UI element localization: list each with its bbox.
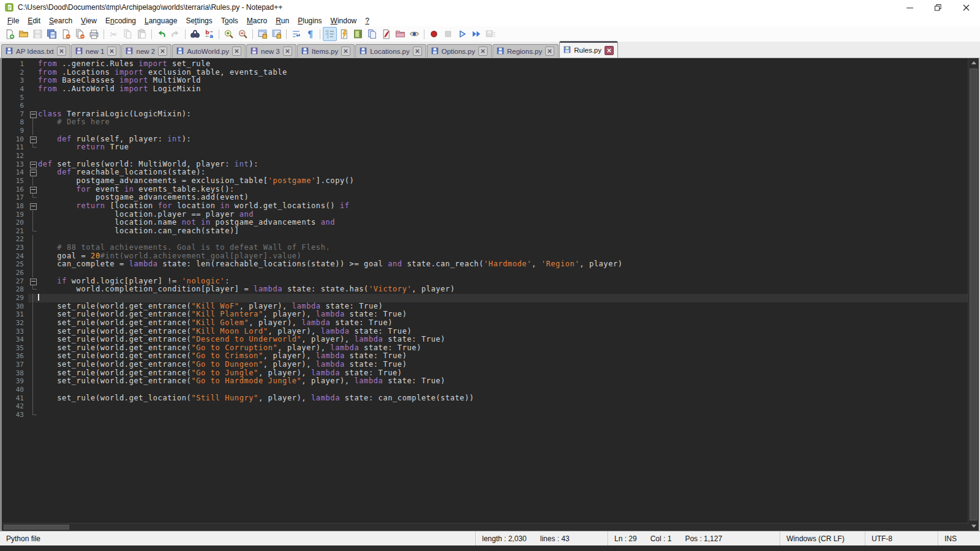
menu-item-settings[interactable]: Settings bbox=[181, 16, 216, 26]
code-line-30[interactable]: 30 set_rule(world.get_entrance("Kill WoF… bbox=[2, 302, 968, 311]
tab-new-1[interactable]: new 1 bbox=[71, 44, 121, 58]
minimize-button[interactable] bbox=[895, 0, 924, 15]
code-line-27[interactable]: 27 if world.logic[player] != 'nologic': bbox=[2, 277, 968, 286]
tab-close-icon[interactable] bbox=[57, 47, 66, 56]
code-line-16[interactable]: 16 for event in events_table.keys(): bbox=[2, 186, 968, 194]
scroll-down-icon[interactable] bbox=[968, 522, 979, 531]
code-line-34[interactable]: 34 set_rule(world.get_entrance("Descend … bbox=[2, 335, 968, 344]
code-line-33[interactable]: 33 set_rule(world.get_entrance("Kill Moo… bbox=[2, 328, 968, 336]
save-all-icon[interactable] bbox=[45, 27, 59, 41]
menu-item-edit[interactable]: Edit bbox=[23, 16, 45, 26]
macro-run-multiple-icon[interactable] bbox=[469, 27, 483, 41]
code-line-26[interactable]: 26 bbox=[2, 269, 968, 277]
fold-marker[interactable] bbox=[30, 279, 37, 285]
cut-icon[interactable]: ✂ bbox=[107, 27, 121, 41]
document-list-icon[interactable] bbox=[365, 27, 379, 41]
tab-close-icon[interactable] bbox=[107, 47, 116, 56]
tab-new-2[interactable]: new 2 bbox=[121, 44, 172, 58]
code-line-31[interactable]: 31 set_rule(world.get_entrance("Kill Pla… bbox=[2, 310, 968, 319]
code-line-18[interactable]: 18 return [location for location in worl… bbox=[2, 202, 968, 211]
tab-autoworld-py[interactable]: AutoWorld.py bbox=[172, 44, 246, 58]
macro-record-icon[interactable] bbox=[427, 27, 441, 41]
menu-item-plugins[interactable]: Plugins bbox=[293, 16, 326, 26]
zoom-in-icon[interactable] bbox=[222, 27, 236, 41]
tab-options-py[interactable]: Options.py bbox=[427, 44, 492, 58]
menu-item-search[interactable]: Search bbox=[45, 16, 77, 26]
fold-marker[interactable] bbox=[30, 187, 37, 193]
new-file-icon[interactable] bbox=[2, 27, 17, 41]
code-line-1[interactable]: 1from ..generic.Rules import set_rule bbox=[2, 60, 968, 69]
tab-close-icon[interactable] bbox=[158, 47, 167, 56]
code-line-19[interactable]: 19 location.player == player and bbox=[2, 211, 968, 219]
tab-close-icon[interactable] bbox=[232, 47, 241, 56]
close-button[interactable] bbox=[952, 0, 980, 15]
show-all-characters-icon[interactable]: ¶ bbox=[303, 27, 317, 41]
fold-marker[interactable] bbox=[30, 203, 37, 210]
close-doc-icon[interactable] bbox=[59, 27, 73, 41]
code-line-39[interactable]: 39 set_rule(world.get_entrance("Go to Ha… bbox=[2, 377, 968, 386]
function-list-icon[interactable] bbox=[379, 27, 393, 41]
code-line-20[interactable]: 20 location.name not in postgame_advance… bbox=[2, 219, 968, 227]
tab-close-icon[interactable] bbox=[605, 46, 614, 55]
tab-locations-py[interactable]: Locations.py bbox=[355, 44, 426, 58]
macro-save-icon[interactable] bbox=[483, 27, 497, 41]
menu-item-help[interactable]: ? bbox=[361, 16, 374, 26]
word-wrap-icon[interactable] bbox=[289, 27, 303, 41]
replace-icon[interactable]: ba bbox=[202, 27, 216, 41]
menu-item-macro[interactable]: Macro bbox=[243, 16, 271, 26]
menu-item-view[interactable]: View bbox=[77, 16, 101, 26]
status-eol-format[interactable]: Windows (CR LF) bbox=[780, 531, 865, 545]
status-encoding[interactable]: UTF-8 bbox=[865, 531, 938, 545]
paste-icon[interactable] bbox=[135, 27, 149, 41]
save-icon[interactable] bbox=[31, 27, 45, 41]
zoom-out-icon[interactable] bbox=[236, 27, 250, 41]
code-line-28[interactable]: 28 world.completion_condition[player] = … bbox=[2, 285, 968, 294]
menu-item-encoding[interactable]: Encoding bbox=[101, 16, 140, 26]
code-line-29[interactable]: 29 bbox=[2, 294, 968, 302]
print-icon[interactable] bbox=[87, 27, 101, 41]
close-all-docs-icon[interactable] bbox=[73, 27, 87, 41]
show-indent-guide-icon[interactable] bbox=[323, 27, 337, 41]
find-icon[interactable] bbox=[188, 27, 202, 41]
code-line-9[interactable]: 9 bbox=[2, 127, 968, 135]
code-line-37[interactable]: 37 set_rule(world.get_entrance("Go to Du… bbox=[2, 361, 968, 369]
code-line-25[interactable]: 25 can_complete = lambda state: len(reac… bbox=[2, 260, 968, 269]
macro-stop-icon[interactable] bbox=[441, 27, 455, 41]
fold-marker[interactable] bbox=[30, 170, 37, 176]
sync-horizontal-scroll-icon[interactable] bbox=[270, 27, 284, 41]
menu-item-window[interactable]: Window bbox=[326, 16, 361, 26]
code-line-6[interactable]: 6 bbox=[2, 102, 968, 110]
tab-close-icon[interactable] bbox=[413, 47, 422, 56]
code-line-17[interactable]: 17 postgame_advancements.add(event) bbox=[2, 193, 968, 202]
vertical-scroll-track[interactable] bbox=[968, 67, 979, 522]
code-line-7[interactable]: 7class TerrariaLogic(LogicMixin): bbox=[2, 110, 968, 119]
macro-play-icon[interactable] bbox=[455, 27, 469, 41]
menu-item-tools[interactable]: Tools bbox=[217, 16, 243, 26]
code-line-23[interactable]: 23 # 88 total achievements. Goal is to d… bbox=[2, 244, 968, 252]
tab-close-icon[interactable] bbox=[478, 47, 488, 56]
tab-ap-ideas-txt[interactable]: AP Ideas.txt bbox=[1, 44, 70, 58]
code-line-43[interactable]: 43 bbox=[2, 411, 968, 419]
user-defined-dialog-icon[interactable] bbox=[337, 27, 351, 41]
tab-close-icon[interactable] bbox=[283, 47, 292, 56]
undo-icon[interactable] bbox=[154, 27, 168, 41]
code-line-36[interactable]: 36 set_rule(world.get_entrance("Go to Cr… bbox=[2, 352, 968, 361]
status-insert-mode[interactable]: INS bbox=[938, 531, 980, 545]
code-line-8[interactable]: 8 # Defs here bbox=[2, 118, 968, 127]
code-line-42[interactable]: 42 bbox=[2, 402, 968, 411]
code-line-22[interactable]: 22 bbox=[2, 235, 968, 244]
code-line-3[interactable]: 3from BaseClasses import MultiWorld bbox=[2, 77, 968, 85]
code-line-12[interactable]: 12 bbox=[2, 152, 968, 160]
code-area[interactable]: 1from ..generic.Rules import set_rule2fr… bbox=[2, 58, 968, 531]
code-line-11[interactable]: 11 return True bbox=[2, 143, 968, 152]
code-line-5[interactable]: 5 bbox=[2, 94, 968, 102]
scroll-up-icon[interactable] bbox=[968, 58, 979, 67]
fold-marker[interactable] bbox=[30, 111, 37, 118]
code-line-4[interactable]: 4from ..AutoWorld import LogicMixin bbox=[2, 85, 968, 94]
code-line-32[interactable]: 32 set_rule(world.get_entrance("Kill Gol… bbox=[2, 319, 968, 328]
fold-marker[interactable] bbox=[30, 137, 37, 143]
open-folder-icon[interactable] bbox=[17, 27, 31, 41]
code-line-14[interactable]: 14 def reachable_locations(state): bbox=[2, 168, 968, 177]
tab-regions-py[interactable]: Regions.py bbox=[492, 44, 559, 58]
monitoring-icon[interactable] bbox=[407, 27, 421, 41]
